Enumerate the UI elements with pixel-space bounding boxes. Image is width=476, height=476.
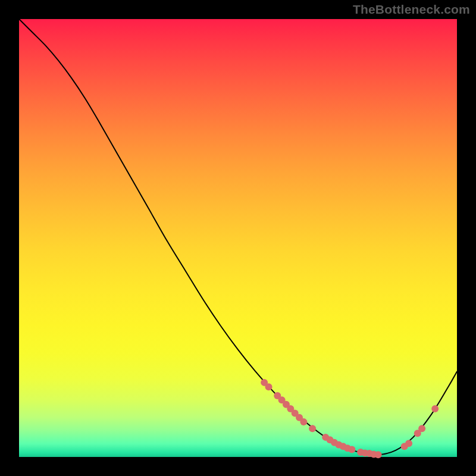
data-marker bbox=[375, 451, 382, 458]
data-marker bbox=[309, 425, 316, 432]
watermark-text: TheBottleneck.com bbox=[353, 2, 470, 17]
data-marker bbox=[300, 418, 307, 425]
chart-svg bbox=[19, 19, 457, 457]
bottleneck-curve bbox=[19, 19, 457, 455]
data-marker bbox=[405, 440, 412, 447]
data-marker bbox=[265, 383, 273, 390]
data-marker bbox=[348, 446, 355, 453]
data-markers-group bbox=[261, 379, 439, 458]
data-marker bbox=[418, 425, 425, 432]
data-marker bbox=[431, 405, 439, 412]
